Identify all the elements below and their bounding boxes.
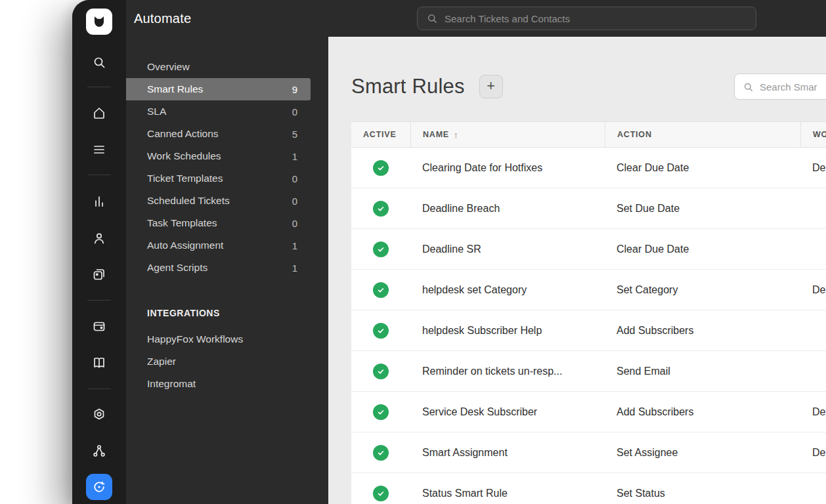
rule-work-schedule: De — [800, 406, 826, 418]
top-header: Automate — [126, 0, 826, 37]
table-row[interactable]: Clearing Date for Hotfixes Clear Due Dat… — [351, 148, 826, 188]
table-row[interactable]: Deadline SR Clear Due Date — [351, 229, 826, 270]
tags-icon[interactable] — [91, 266, 107, 282]
column-header-work-schedule[interactable]: WO — [800, 122, 826, 147]
sidebar-item-integromat[interactable]: Integromat — [126, 373, 328, 395]
active-cell — [351, 445, 410, 461]
sidebar-item-task-templates[interactable]: Task Templates 0 — [126, 212, 311, 234]
column-header-action[interactable]: ACTION — [605, 122, 800, 147]
rail-divider — [87, 87, 111, 87]
sidebar-item-count: 0 — [292, 196, 297, 207]
settings-icon[interactable] — [91, 407, 107, 423]
search-icon — [743, 81, 754, 93]
apps-icon[interactable] — [91, 443, 107, 459]
table-row[interactable]: helpdesk set Category Set Category De — [351, 270, 826, 310]
rule-name: Deadline SR — [410, 243, 605, 255]
app-window: Automate Overview Smart Rules 9 SLA — [72, 0, 826, 504]
sidebar-item-ticket-templates[interactable]: Ticket Templates 0 — [126, 167, 311, 190]
sidebar-item-count: 1 — [292, 240, 297, 251]
sidebar-item-sla[interactable]: SLA 0 — [126, 100, 311, 123]
active-check-icon[interactable] — [373, 242, 389, 257]
active-check-icon[interactable] — [373, 201, 389, 217]
sidebar-item-count: 1 — [292, 151, 297, 162]
table-row[interactable]: Deadline Breach Set Due Date — [351, 188, 826, 229]
right-column: Automate Overview Smart Rules 9 SLA — [126, 0, 826, 504]
active-check-icon[interactable] — [373, 282, 389, 298]
column-header-name[interactable]: NAME ↑ — [410, 122, 605, 147]
active-check-icon[interactable] — [373, 364, 389, 379]
contacts-icon[interactable] — [91, 230, 107, 246]
sidebar-item-count: 1 — [292, 262, 297, 274]
sidebar-item-label: Smart Rules — [147, 83, 203, 95]
page-title: Smart Rules — [351, 75, 465, 98]
app-logo[interactable] — [86, 9, 112, 35]
sidebar-item-label: Overview — [147, 61, 190, 73]
sidebar-item-label: Agent Scripts — [147, 262, 207, 274]
home-icon[interactable] — [91, 105, 107, 121]
sidebar-item-work-schedules[interactable]: Work Schedules 1 — [126, 145, 311, 167]
tickets-icon[interactable] — [91, 142, 107, 158]
active-check-icon[interactable] — [373, 445, 389, 461]
sidebar-item-happyfox-workflows[interactable]: HappyFox Workflows — [126, 328, 328, 350]
active-check-icon[interactable] — [373, 404, 389, 420]
table-row[interactable]: Status Smart Rule Set Status — [351, 473, 826, 504]
reports-icon[interactable] — [91, 194, 107, 209]
rule-work-schedule: De — [800, 284, 826, 296]
sidebar-item-label: Scheduled Tickets — [147, 195, 230, 207]
rule-work-schedule: De — [800, 162, 826, 174]
active-check-icon[interactable] — [373, 160, 389, 176]
rule-name: Smart Assignment — [410, 447, 605, 459]
active-check-icon[interactable] — [373, 486, 389, 501]
sidebar-item-count: 0 — [292, 106, 297, 117]
rule-action: Set Due Date — [605, 203, 800, 215]
automate-icon[interactable] — [86, 474, 112, 500]
sidebar-item-smart-rules[interactable]: Smart Rules 9 — [126, 78, 311, 100]
global-search-input[interactable] — [445, 13, 747, 24]
column-header-active[interactable]: ACTIVE — [351, 122, 410, 147]
table-row[interactable]: Service Desk Subscriber Add Subscribers … — [351, 392, 826, 432]
search-icon — [426, 12, 438, 24]
smart-rules-search-input[interactable] — [760, 81, 826, 93]
table-header: ACTIVE NAME ↑ ACTION WO — [351, 121, 826, 148]
active-cell — [351, 282, 410, 298]
rule-action: Clear Due Date — [605, 243, 800, 255]
sidebar-item-canned-actions[interactable]: Canned Actions 5 — [126, 123, 311, 145]
rule-name: Status Smart Rule — [410, 488, 605, 499]
rule-action: Add Subscribers — [605, 406, 800, 418]
column-header-name-label: NAME — [423, 130, 449, 139]
active-cell — [351, 160, 410, 176]
sidebar-item-count: 5 — [292, 129, 297, 140]
rule-work-schedule: De — [800, 447, 826, 459]
knowledge-book-icon[interactable] — [91, 355, 107, 371]
rule-action: Set Category — [605, 284, 800, 296]
happyfox-logo-icon — [91, 13, 108, 30]
smart-rules-table: ACTIVE NAME ↑ ACTION WO Clearing Date fo… — [351, 121, 826, 504]
active-check-icon[interactable] — [373, 323, 389, 339]
table-row[interactable]: helpdesk Subscriber Help Add Subscribers — [351, 310, 826, 351]
active-cell — [351, 364, 410, 379]
rail-divider — [87, 300, 111, 301]
main-panel: Smart Rules + ACTIVE NAME ↑ ACTION — [328, 37, 826, 504]
smart-rules-search[interactable] — [734, 74, 826, 100]
sidebar-item-scheduled-tickets[interactable]: Scheduled Tickets 0 — [126, 190, 311, 212]
table-row[interactable]: Smart Assignment Set Assignee De — [351, 432, 826, 473]
sidebar-item-auto-assignment[interactable]: Auto Assignment 1 — [126, 234, 311, 257]
rule-name: helpdesk set Category — [410, 284, 605, 296]
wallet-icon[interactable] — [91, 318, 107, 334]
sidebar-item-agent-scripts[interactable]: Agent Scripts 1 — [126, 257, 311, 279]
add-smart-rule-button[interactable]: + — [479, 75, 503, 98]
sidebar-item-label: Ticket Templates — [147, 173, 223, 184]
global-search[interactable] — [417, 7, 756, 30]
sidebar-item-zapier[interactable]: Zapier — [126, 350, 328, 373]
sidebar-item-overview[interactable]: Overview — [126, 56, 311, 78]
sidebar-item-label: Task Templates — [147, 217, 217, 229]
active-cell — [351, 323, 410, 339]
automate-sidebar: Overview Smart Rules 9 SLA 0 Canned Acti… — [126, 37, 328, 504]
table-row[interactable]: Reminder on tickets un-resp... Send Emai… — [351, 351, 826, 392]
rule-action: Clear Due Date — [605, 162, 800, 174]
active-cell — [351, 404, 410, 420]
rule-name: Clearing Date for Hotfixes — [410, 162, 605, 174]
rule-action: Set Assignee — [605, 447, 800, 459]
sidebar-item-label: Canned Actions — [147, 128, 219, 140]
search-icon[interactable] — [91, 54, 107, 70]
